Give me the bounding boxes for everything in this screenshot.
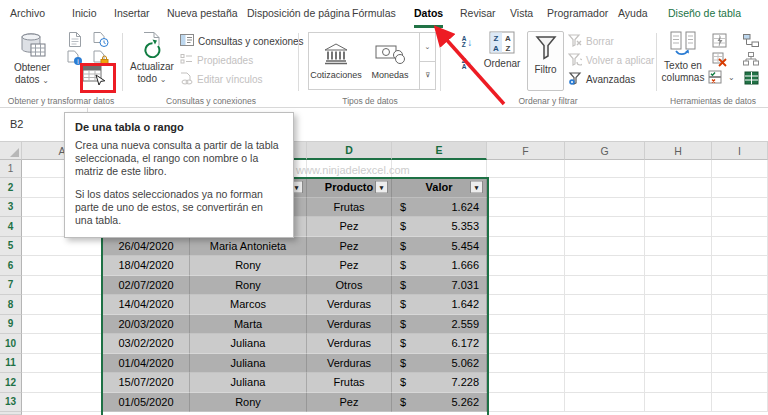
cell-seller[interactable]: Juliana [190,354,307,374]
cell-date[interactable]: 20/03/2020 [103,315,190,335]
cell[interactable] [565,354,645,374]
cell[interactable] [645,393,712,413]
cell-product[interactable]: Frutas [307,373,392,393]
cell[interactable] [487,354,565,374]
flash-fill-button[interactable] [710,32,728,50]
cell[interactable] [22,237,103,257]
cell[interactable] [487,198,565,218]
sort-za-button[interactable]: ZA↓ [456,55,478,73]
cell[interactable] [487,237,565,257]
cell[interactable] [645,276,712,296]
from-table-range-button[interactable] [85,68,103,86]
cell[interactable] [645,198,712,218]
column-header-h[interactable]: H [645,142,712,160]
cell[interactable] [487,160,565,178]
edit-links-button[interactable]: Editar vínculos [180,71,263,87]
cell-product[interactable]: Pez [307,256,392,276]
cell-seller[interactable]: Marcos [190,295,307,315]
cell-seller[interactable]: Maria Antonieta [190,237,307,257]
tab-vista[interactable]: Vista [510,7,533,23]
cell[interactable] [487,256,565,276]
tab-ayuda[interactable]: Ayuda [618,7,648,23]
sort-button[interactable]: Z A A Z Ordenar [480,31,524,70]
reapply-filter-button[interactable]: Volver a aplicar [568,52,654,68]
cell[interactable] [565,393,645,413]
cell-value[interactable]: $1.666 [392,256,487,276]
relationships-button[interactable] [742,32,760,50]
cell[interactable] [22,354,103,374]
cell-value[interactable]: $5.454 [392,237,487,257]
cell[interactable] [645,178,712,198]
cell[interactable] [487,334,565,354]
clear-filter-button[interactable]: Borrar [568,33,614,49]
row-header[interactable]: 7 [0,276,22,296]
cell-product[interactable]: Pez [307,393,392,413]
cell-value[interactable]: $5.062 [392,354,487,374]
column-header-e[interactable]: E [392,142,487,160]
column-header-f[interactable]: F [487,142,565,160]
cell-product[interactable]: Verduras [307,295,392,315]
table-header-producto[interactable]: Producto▾ [307,178,392,198]
tab-formulas[interactable]: Fórmulas [352,7,396,23]
row-header[interactable]: 5 [0,237,22,257]
cell[interactable] [22,315,103,335]
cell[interactable] [22,276,103,296]
cell-product[interactable]: Verduras [307,315,392,335]
data-validation-button[interactable]: ⌄ [708,70,735,86]
row-header[interactable]: 1 [0,160,22,178]
cell[interactable] [487,373,565,393]
cell[interactable] [712,393,768,413]
tab-inicio[interactable]: Inicio [72,7,97,23]
cell[interactable] [645,256,712,276]
cell-date[interactable]: 15/07/2020 [103,373,190,393]
cell[interactable] [565,256,645,276]
filter-dropdown-icon[interactable]: ▾ [375,181,388,194]
cell-value[interactable]: $5.262 [392,393,487,413]
tab-insertar[interactable]: Insertar [114,7,150,23]
cell-seller[interactable]: Juliana [190,334,307,354]
cell[interactable] [712,256,768,276]
cell[interactable] [565,237,645,257]
tab-diseno-de-tabla[interactable]: Diseño de tabla [668,7,741,23]
cell[interactable] [712,237,768,257]
cell-product[interactable]: Verduras [307,354,392,374]
currencies-button[interactable]: Monedas [363,33,417,89]
get-data-button[interactable]: Obtener datos ⌄ [4,31,60,86]
properties-button[interactable]: Propiedades [180,52,253,68]
cell-date[interactable]: 02/07/2020 [103,276,190,296]
row-header[interactable]: 4 [0,217,22,237]
cell-date[interactable]: 01/04/2020 [103,354,190,374]
cell[interactable] [565,160,645,178]
cell-value[interactable]: $7.031 [392,276,487,296]
cell[interactable] [645,160,712,178]
cell[interactable] [645,237,712,257]
row-header[interactable]: 2 [0,178,22,198]
row-header[interactable]: 9 [0,315,22,335]
tab-nueva-pestana[interactable]: Nueva pestaña [167,7,238,23]
cell[interactable] [645,373,712,393]
refresh-all-button[interactable]: Actualizar todo ⌄ [126,31,178,85]
advanced-filter-button[interactable]: Avanzadas [568,71,635,87]
row-header[interactable]: 11 [0,354,22,374]
cell[interactable] [712,160,768,178]
cell-product[interactable]: Pez [307,217,392,237]
cell-seller[interactable]: Juliana [190,373,307,393]
cell-seller[interactable]: Rony [190,256,307,276]
cell-value[interactable]: $2.559 [392,315,487,335]
consolidate-button[interactable] [742,51,760,69]
cell[interactable] [487,217,565,237]
cell[interactable] [487,178,565,198]
cell[interactable] [645,354,712,374]
tab-disposicion[interactable]: Disposición de página [247,7,350,23]
cell[interactable] [565,295,645,315]
row-header[interactable]: 6 [0,256,22,276]
cell-product[interactable]: Otros [307,276,392,296]
cell[interactable] [712,217,768,237]
row-header[interactable]: 3 [0,198,22,218]
cell[interactable] [712,334,768,354]
column-header-g[interactable]: G [565,142,645,160]
cell[interactable] [565,198,645,218]
cell[interactable] [712,295,768,315]
cell[interactable] [565,217,645,237]
cell-date[interactable]: 18/04/2020 [103,256,190,276]
